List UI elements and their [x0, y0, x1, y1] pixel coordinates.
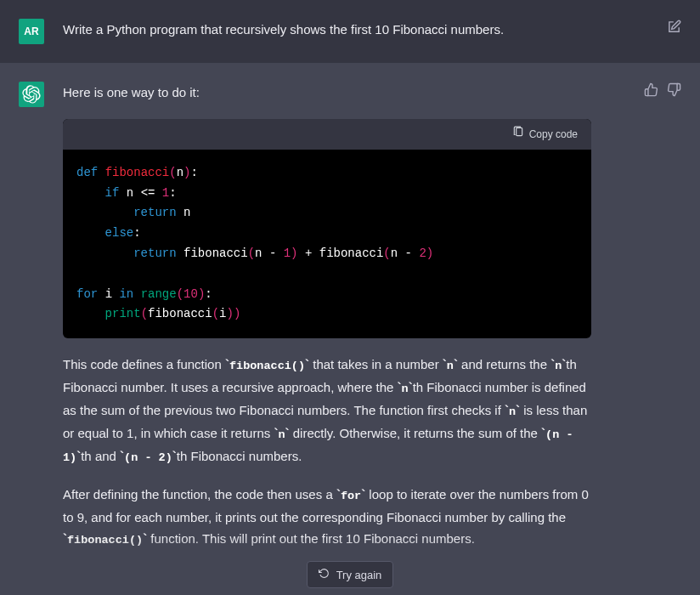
copy-code-button[interactable]: Copy code: [512, 126, 578, 143]
explanation-paragraph-1: This code defines a function `fibonacci(…: [63, 354, 591, 468]
thumbs-down-icon[interactable]: [667, 82, 681, 566]
try-again-label: Try again: [336, 569, 382, 581]
user-message: AR Write a Python program that recursive…: [0, 0, 700, 63]
edit-icon[interactable]: [667, 19, 681, 44]
assistant-intro: Here is one way to do it:: [63, 82, 591, 104]
svg-rect-0: [516, 128, 522, 135]
try-again-button[interactable]: Try again: [307, 561, 394, 588]
user-prompt: Write a Python program that recursively …: [63, 19, 648, 44]
code-block: Copy code def fibonacci(n): if n <= 1: r…: [63, 119, 591, 339]
copy-code-label: Copy code: [529, 126, 578, 143]
explanation-paragraph-2: After defining the function, the code th…: [63, 484, 591, 551]
assistant-message: Here is one way to do it: Copy code def …: [0, 63, 700, 585]
assistant-avatar: [19, 82, 44, 107]
thumbs-up-icon[interactable]: [644, 82, 658, 566]
user-avatar: AR: [19, 19, 44, 44]
refresh-icon: [319, 568, 330, 581]
clipboard-icon: [512, 126, 524, 143]
code-content: def fibonacci(n): if n <= 1: return n el…: [63, 150, 591, 338]
